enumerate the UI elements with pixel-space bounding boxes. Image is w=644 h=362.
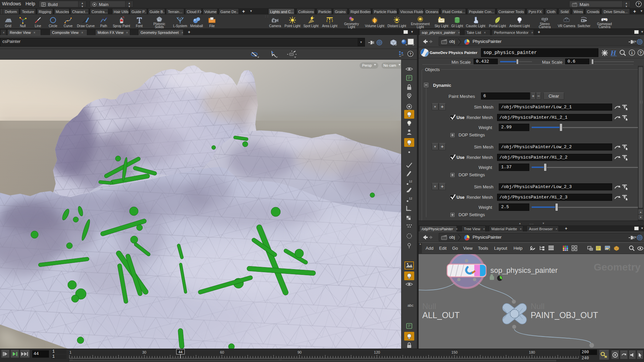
svg-text:?: ?	[639, 51, 642, 55]
svg-text:30: 30	[142, 350, 146, 354]
svg-text:60: 60	[220, 350, 224, 354]
svg-text:44: 44	[178, 350, 182, 354]
svg-text:H: H	[610, 49, 616, 57]
svg-text:180: 180	[529, 350, 535, 354]
svg-text:?: ?	[409, 52, 412, 56]
svg-text:1: 1	[69, 350, 71, 354]
svg-text:12: 12	[409, 197, 412, 200]
svg-text:No cam: No cam	[383, 63, 396, 67]
svg-text:i: i	[631, 51, 633, 55]
svg-text:12: 12	[409, 180, 412, 183]
svg-text:150: 150	[451, 350, 458, 354]
svg-text:Persp: Persp	[362, 63, 372, 67]
svg-text:120: 120	[374, 350, 380, 354]
svg-text:90: 90	[298, 350, 302, 354]
svg-text:?: ?	[638, 2, 640, 6]
